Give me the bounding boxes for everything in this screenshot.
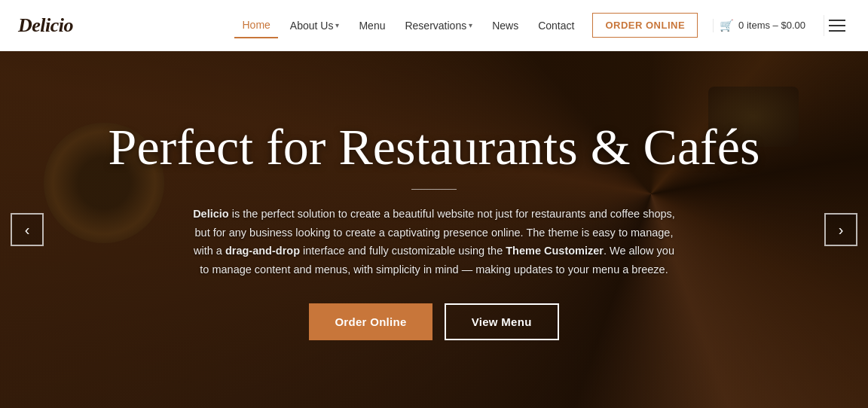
chevron-down-icon: ▾ [469, 21, 472, 29]
view-menu-button[interactable]: View Menu [445, 303, 559, 340]
carousel-next-button[interactable]: › [824, 213, 857, 246]
cart-label: 0 items – $0.00 [738, 20, 805, 31]
main-nav: Home About Us ▾ Menu Reservations ▾ News… [234, 13, 850, 38]
nav-item-about[interactable]: About Us ▾ [283, 14, 347, 38]
nav-item-home[interactable]: Home [234, 13, 277, 38]
site-logo[interactable]: Delicio [18, 14, 73, 37]
nav-item-contact[interactable]: Contact [530, 14, 582, 38]
carousel-prev-button[interactable]: ‹ [11, 213, 44, 246]
hero-content: Perfect for Restaurants & Cafés Delicio … [0, 51, 868, 408]
cart-area[interactable]: 🛒 0 items – $0.00 [713, 19, 811, 32]
arrow-right-icon: › [839, 221, 844, 239]
hamburger-menu[interactable] [824, 15, 850, 36]
nav-item-reservations[interactable]: Reservations ▾ [397, 14, 480, 38]
hero-section: Perfect for Restaurants & Cafés Delicio … [0, 51, 868, 408]
cart-icon: 🛒 [720, 19, 734, 32]
hero-divider [411, 189, 457, 190]
order-online-hero-button[interactable]: Order Online [309, 303, 432, 340]
site-header: Delicio Home About Us ▾ Menu Reservation… [0, 0, 868, 51]
nav-item-menu[interactable]: Menu [351, 14, 393, 38]
hero-buttons: Order Online View Menu [309, 303, 558, 340]
nav-item-news[interactable]: News [484, 14, 526, 38]
hero-description: Delicio is the perfect solution to creat… [193, 205, 675, 279]
arrow-left-icon: ‹ [25, 221, 30, 239]
chevron-down-icon: ▾ [335, 21, 339, 29]
hero-title: Perfect for Restaurants & Cafés [108, 119, 760, 175]
order-online-button[interactable]: ORDER ONLINE [592, 13, 698, 38]
